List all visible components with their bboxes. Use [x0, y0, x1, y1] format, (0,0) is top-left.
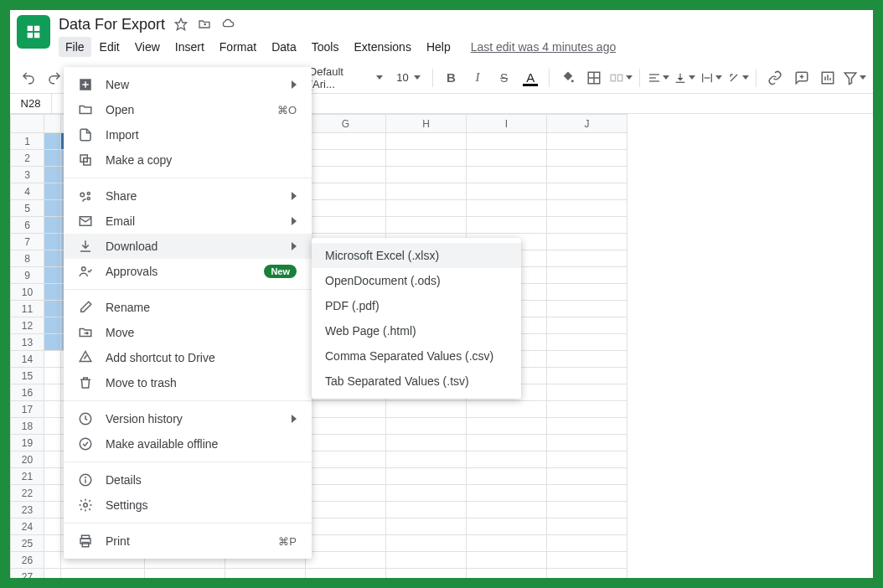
font-family-select[interactable]: Default (Ari... [304, 66, 388, 90]
cell[interactable] [386, 418, 467, 435]
row-header[interactable]: 1 [11, 133, 44, 150]
file-menu-item-approvals[interactable]: ApprovalsNew [64, 259, 312, 284]
row-header[interactable]: 12 [11, 317, 44, 334]
row-header[interactable]: 6 [11, 217, 44, 234]
file-menu-item-move[interactable]: Move [64, 320, 312, 345]
cell[interactable] [467, 418, 547, 435]
menu-extensions[interactable]: Extensions [347, 37, 417, 57]
cell[interactable] [467, 468, 547, 485]
menu-view[interactable]: View [128, 37, 167, 57]
name-box[interactable]: N28 [10, 94, 52, 113]
file-menu-item-rename[interactable]: Rename [64, 295, 312, 320]
cell[interactable] [547, 133, 627, 150]
cell[interactable] [386, 485, 467, 502]
cell[interactable] [547, 167, 627, 183]
cell[interactable] [306, 569, 386, 585]
cell[interactable] [306, 167, 386, 183]
star-icon[interactable] [173, 17, 188, 32]
menu-insert[interactable]: Insert [168, 37, 211, 57]
fill-color-button[interactable] [556, 66, 580, 90]
row-header[interactable]: 3 [11, 167, 44, 183]
cell[interactable] [467, 518, 547, 535]
cell[interactable] [547, 250, 627, 267]
file-menu-item-settings[interactable]: Settings [64, 493, 312, 518]
cell[interactable] [547, 502, 627, 518]
cell[interactable] [306, 200, 386, 217]
row-header[interactable]: 9 [11, 267, 44, 284]
file-menu-item-download[interactable]: Download [64, 234, 312, 259]
cell[interactable] [306, 217, 386, 234]
cell[interactable] [547, 334, 627, 351]
row-header[interactable]: 24 [11, 518, 44, 535]
row-header[interactable]: 16 [11, 384, 44, 401]
cell[interactable] [467, 150, 547, 167]
insert-link-button[interactable] [763, 66, 787, 90]
bold-button[interactable]: B [440, 66, 463, 90]
file-menu-item-import[interactable]: Import [64, 122, 312, 147]
cell[interactable] [547, 384, 627, 401]
cell[interactable] [547, 284, 627, 301]
insert-comment-button[interactable] [790, 66, 813, 90]
row-header[interactable]: 26 [11, 552, 44, 569]
file-menu-item-move to trash[interactable]: Move to trash [64, 370, 312, 395]
cell[interactable] [225, 569, 306, 585]
cloud-status-icon[interactable] [220, 17, 235, 32]
cell[interactable] [547, 552, 627, 569]
cell[interactable] [547, 535, 627, 552]
row-header[interactable]: 5 [11, 200, 44, 217]
row-header[interactable]: 14 [11, 351, 44, 368]
redo-button[interactable] [44, 66, 67, 90]
cell[interactable] [467, 183, 547, 200]
cell[interactable] [547, 485, 627, 502]
cell[interactable] [547, 234, 627, 250]
menu-tools[interactable]: Tools [305, 37, 346, 57]
row-header[interactable]: 7 [11, 234, 44, 250]
cell[interactable] [386, 167, 467, 183]
column-header[interactable]: I [467, 115, 547, 133]
row-header[interactable]: 10 [11, 284, 44, 301]
cell[interactable] [467, 435, 547, 451]
download-option[interactable]: Comma Separated Values (.csv) [312, 343, 521, 369]
download-option[interactable]: PDF (.pdf) [312, 293, 521, 318]
italic-button[interactable]: I [466, 66, 489, 90]
cell[interactable] [306, 518, 386, 535]
cell[interactable] [386, 217, 467, 234]
last-edit-link[interactable]: Last edit was 4 minutes ago [471, 40, 617, 54]
download-option[interactable]: Tab Separated Values (.tsv) [312, 369, 521, 394]
cell[interactable] [547, 150, 627, 167]
row-header[interactable]: 19 [11, 435, 44, 451]
undo-button[interactable] [17, 66, 40, 90]
cell[interactable] [547, 368, 627, 384]
cell[interactable] [61, 569, 145, 585]
file-menu-item-new[interactable]: New [64, 72, 312, 97]
filter-button[interactable] [843, 66, 866, 90]
cell[interactable] [547, 435, 627, 451]
row-header[interactable]: 13 [11, 334, 44, 351]
cell[interactable] [467, 133, 547, 150]
file-menu-item-version history[interactable]: Version history [64, 406, 312, 431]
cell[interactable] [467, 200, 547, 217]
strikethrough-button[interactable]: S [493, 66, 516, 90]
row-header[interactable]: 8 [11, 250, 44, 267]
cell[interactable] [306, 418, 386, 435]
cell[interactable] [467, 485, 547, 502]
merge-cells-button[interactable] [609, 66, 633, 90]
cell[interactable] [547, 418, 627, 435]
column-header[interactable]: J [547, 115, 627, 133]
menu-data[interactable]: Data [265, 37, 303, 57]
file-menu-item-email[interactable]: Email [64, 209, 312, 234]
text-wrap-button[interactable] [700, 66, 723, 90]
cell[interactable] [306, 133, 386, 150]
cell[interactable] [547, 301, 627, 317]
row-header[interactable]: 25 [11, 535, 44, 552]
row-header[interactable]: 18 [11, 418, 44, 435]
download-option[interactable]: Microsoft Excel (.xlsx) [312, 243, 521, 268]
vertical-align-button[interactable] [674, 66, 697, 90]
borders-button[interactable] [583, 66, 607, 90]
document-title[interactable]: Data For Export [59, 16, 165, 34]
menu-file[interactable]: File [59, 37, 91, 57]
cell[interactable] [386, 518, 467, 535]
file-menu-item-make a copy[interactable]: Make a copy [64, 147, 312, 173]
file-menu-item-print[interactable]: Print⌘P [64, 529, 312, 554]
font-size-select[interactable]: 10 [391, 66, 425, 90]
